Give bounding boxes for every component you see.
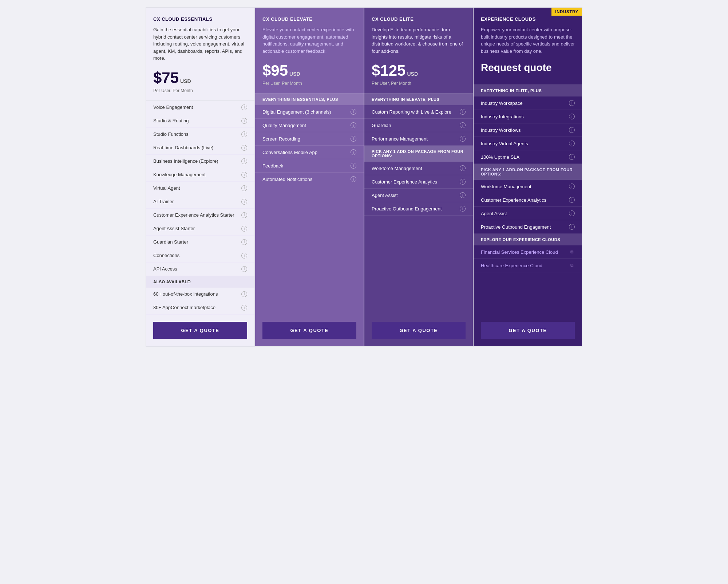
addon-label: Agent Assist: [481, 211, 507, 216]
info-icon[interactable]: i: [569, 154, 575, 160]
info-icon[interactable]: i: [241, 118, 247, 124]
feature-label: Agent Assist Starter: [153, 226, 195, 231]
info-icon[interactable]: i: [569, 141, 575, 146]
feature-item: Virtual Agenti: [146, 182, 254, 195]
info-icon[interactable]: i: [241, 185, 247, 191]
info-icon[interactable]: i: [460, 109, 466, 115]
explore-link-item[interactable]: Financial Services Experience Cloud⧉: [474, 245, 582, 259]
info-icon[interactable]: i: [460, 206, 466, 212]
addon-item: Agent Assisti: [364, 189, 473, 202]
feature-label: Knowledge Management: [153, 172, 206, 177]
cta-button-elite[interactable]: GET A QUOTE: [372, 322, 466, 339]
feature-item: Knowledge Managementi: [146, 168, 254, 182]
features-section: EVERYTHING IN ELEVATE, PLUSCustom Report…: [364, 93, 473, 315]
feature-label: Performance Management: [372, 136, 428, 142]
plan-header-elevate: CX CLOUD ELEVATEElevate your contact cen…: [255, 8, 364, 93]
plan-card-essentials: CX CLOUD ESSENTIALSGain the essential ca…: [146, 7, 255, 347]
feature-label: Quality Management: [262, 123, 306, 128]
addon-item: Proactive Outbound Engagementi: [474, 220, 582, 234]
plan-name: EXPERIENCE CLOUDS: [481, 16, 575, 22]
addon-item: Workforce Managementi: [474, 180, 582, 193]
feature-label: Feedback: [262, 163, 283, 169]
info-icon[interactable]: i: [241, 145, 247, 151]
cta-button-essentials[interactable]: GET A QUOTE: [153, 322, 247, 339]
info-icon[interactable]: i: [351, 163, 356, 169]
feature-item: Digital Engagement (3 channels)i: [255, 105, 364, 119]
plan-header-essentials: CX CLOUD ESSENTIALSGain the essential ca…: [146, 8, 254, 100]
addon-label: Workforce Management: [481, 184, 531, 189]
plan-description: Gain the essential capabilities to get y…: [153, 26, 247, 62]
info-icon[interactable]: i: [351, 122, 356, 128]
addon-label: Workforce Management: [372, 166, 422, 171]
info-icon[interactable]: i: [241, 131, 247, 137]
feature-label: Screen Recording: [262, 136, 300, 142]
feature-label: AI Trainer: [153, 199, 174, 204]
info-icon[interactable]: i: [351, 176, 356, 182]
feature-label: Digital Engagement (3 channels): [262, 109, 331, 115]
info-icon[interactable]: i: [241, 239, 247, 245]
feature-item: Automated Notificationsi: [255, 173, 364, 186]
info-icon[interactable]: i: [460, 165, 466, 171]
info-icon[interactable]: i: [241, 104, 247, 110]
also-available-label: 80+ AppConnect marketplace: [153, 305, 215, 310]
addon-label: Customer Experience Analytics: [372, 179, 437, 185]
feature-item: API Accessi: [146, 263, 254, 276]
features-section: Voice EngagementiStudio & RoutingiStudio…: [146, 100, 254, 315]
info-icon[interactable]: i: [241, 253, 247, 259]
info-icon[interactable]: i: [460, 122, 466, 128]
price-amount: $95: [262, 62, 288, 79]
info-icon[interactable]: i: [569, 184, 575, 189]
feature-item: Studio & Routingi: [146, 114, 254, 128]
plan-header-experience: EXPERIENCE CLOUDSEmpower your contact ce…: [474, 8, 582, 84]
also-available-item: 80+ AppConnect marketplacei: [146, 301, 254, 315]
feature-label: Business Intelligence (Explore): [153, 158, 218, 164]
feature-item: Guardian Starteri: [146, 236, 254, 249]
feature-item: Guardiani: [364, 119, 473, 132]
info-icon[interactable]: i: [241, 158, 247, 164]
info-icon[interactable]: i: [569, 210, 575, 216]
info-icon[interactable]: i: [241, 226, 247, 232]
feature-item: Customer Experience Analytics Starteri: [146, 209, 254, 222]
feature-item: Custom Reporting with Live & Explorei: [364, 105, 473, 119]
explore-link-label[interactable]: Financial Services Experience Cloud: [481, 249, 558, 255]
info-icon[interactable]: i: [241, 212, 247, 218]
external-link-icon: ⧉: [569, 263, 575, 268]
info-icon[interactable]: i: [569, 114, 575, 119]
info-icon[interactable]: i: [460, 136, 466, 142]
feature-label: API Access: [153, 266, 177, 272]
info-icon[interactable]: i: [460, 179, 466, 185]
info-icon[interactable]: i: [460, 192, 466, 198]
feature-item: Studio Functionsi: [146, 128, 254, 141]
feature-item: Performance Managementi: [364, 132, 473, 146]
price-currency: USD: [289, 71, 300, 77]
cta-button-elevate[interactable]: GET A QUOTE: [262, 322, 356, 339]
feature-item: Industry Virtual Agentsi: [474, 137, 582, 150]
addon-label: Proactive Outbound Engagement: [481, 224, 551, 230]
feature-label: Voice Engagement: [153, 104, 193, 110]
also-available-item: 60+ out-of-the-box integrationsi: [146, 288, 254, 301]
feature-label: Real-time Dashboards (Live): [153, 145, 213, 150]
info-icon[interactable]: i: [569, 127, 575, 133]
feature-item: 100% Uptime SLAi: [474, 150, 582, 164]
info-icon[interactable]: i: [241, 305, 247, 311]
feature-item: Industry Integrationsi: [474, 110, 582, 123]
explore-link-label[interactable]: Healthcare Experience Cloud: [481, 263, 542, 268]
info-icon[interactable]: i: [241, 199, 247, 205]
info-icon[interactable]: i: [241, 266, 247, 272]
feature-item: Industry Workflowsi: [474, 123, 582, 137]
feature-label: Virtual Agent: [153, 185, 180, 191]
feature-label: 100% Uptime SLA: [481, 154, 519, 160]
price-amount: $75: [153, 69, 179, 87]
plan-description: Elevate your contact center experience w…: [262, 26, 356, 55]
cta-button-experience[interactable]: GET A QUOTE: [481, 322, 575, 339]
explore-link-item[interactable]: Healthcare Experience Cloud⧉: [474, 259, 582, 272]
info-icon[interactable]: i: [351, 149, 356, 155]
info-icon[interactable]: i: [351, 136, 356, 142]
info-icon[interactable]: i: [241, 172, 247, 178]
info-icon[interactable]: i: [569, 224, 575, 230]
info-icon[interactable]: i: [569, 197, 575, 203]
info-icon[interactable]: i: [241, 291, 247, 297]
info-icon[interactable]: i: [351, 109, 356, 115]
feature-item: Connectionsi: [146, 249, 254, 263]
info-icon[interactable]: i: [569, 100, 575, 106]
